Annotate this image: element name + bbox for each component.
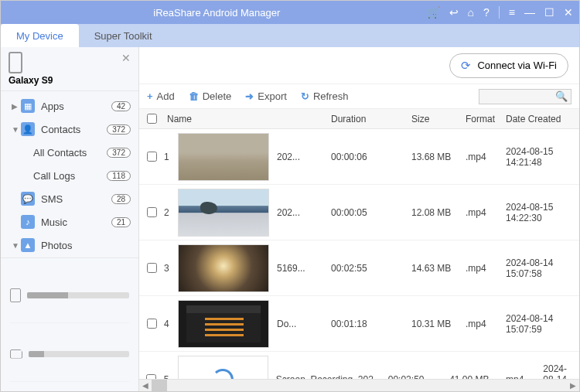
row-index: 3	[164, 263, 178, 274]
video-thumbnail[interactable]	[178, 356, 268, 380]
sidebar: ✕ Galaxy S9 ▶ ▦ Apps 42 ▼ 👤 Contacts 372…	[1, 47, 139, 391]
video-thumbnail[interactable]	[178, 189, 269, 237]
tool-label: Add	[157, 90, 175, 102]
col-date[interactable]: Date Created	[506, 114, 579, 124]
scrollbar-thumb[interactable]	[152, 380, 167, 391]
row-date: 2024-08-14 15:07:58	[506, 257, 579, 279]
wifi-label: Connect via Wi-Fi	[477, 60, 557, 71]
sidebar-item-call-logs[interactable]: Call Logs 118	[1, 164, 138, 187]
row-checkbox[interactable]	[147, 207, 157, 217]
col-format[interactable]: Format	[466, 114, 506, 124]
sd-card-icon	[10, 349, 22, 359]
wifi-icon: ⟳	[461, 59, 471, 73]
tool-label: Refresh	[313, 90, 349, 102]
sidebar-label: Call Logs	[33, 170, 107, 182]
chevron-down-icon: ▼	[12, 125, 21, 134]
sidebar-item-photos[interactable]: ▼ ▲ Photos	[1, 233, 138, 257]
trash-icon: 🗑	[189, 90, 199, 102]
sidebar-label: Music	[41, 216, 111, 228]
scroll-left-icon[interactable]: ◀	[139, 380, 152, 391]
horizontal-scrollbar[interactable]: ◀ ▶	[139, 379, 579, 391]
chevron-right-icon: ▶	[12, 102, 21, 111]
sidebar-label: All Contacts	[33, 147, 107, 159]
sd-storage-bar	[29, 351, 129, 357]
tool-label: Delete	[203, 90, 232, 102]
device-close-icon[interactable]: ✕	[121, 52, 131, 64]
storage-panel	[1, 257, 138, 391]
row-checkbox[interactable]	[147, 152, 157, 162]
row-name: 5169...	[277, 263, 331, 274]
sidebar-label: Contacts	[41, 124, 107, 135]
grid-body[interactable]: 1 202... 00:00:06 13.68 MB .mp4 2024-08-…	[139, 129, 579, 379]
table-row[interactable]: 1 202... 00:00:06 13.68 MB .mp4 2024-08-…	[139, 129, 579, 185]
row-duration: 00:02:55	[331, 263, 411, 274]
device-selector[interactable]: ✕ Galaxy S9	[1, 47, 138, 91]
app-title: iReaShare Android Manager	[7, 7, 427, 19]
row-duration: 00:00:05	[331, 207, 411, 218]
refresh-icon: ↻	[301, 90, 309, 102]
count-badge: 372	[107, 124, 131, 135]
tab-my-device[interactable]: My Device	[1, 24, 79, 47]
home-icon[interactable]: ⌂	[468, 6, 474, 19]
chevron-down-icon: ▼	[12, 241, 21, 250]
search-input[interactable]: 🔍	[479, 89, 571, 104]
row-format: .mp4	[466, 152, 506, 162]
internal-storage-icon	[10, 288, 21, 302]
toolbar: +Add 🗑Delete ➜Export ↻Refresh 🔍	[139, 84, 579, 109]
refresh-button[interactable]: ↻Refresh	[301, 90, 349, 102]
col-size[interactable]: Size	[411, 114, 466, 124]
export-button[interactable]: ➜Export	[245, 90, 287, 102]
minimize-icon[interactable]: —	[524, 6, 535, 19]
sidebar-item-all-contacts[interactable]: All Contacts 372	[1, 141, 138, 164]
music-icon: ♪	[21, 215, 35, 229]
connect-wifi-button[interactable]: ⟳ Connect via Wi-Fi	[449, 53, 568, 78]
sidebar-item-contacts[interactable]: ▼ 👤 Contacts 372	[1, 118, 138, 141]
table-row[interactable]: 5 Screen_Recording_20240... 00:02:50 41.…	[139, 352, 579, 379]
title-bar: iReaShare Android Manager 🛒 ↩ ⌂ ? ≡ — ☐ …	[1, 1, 579, 24]
back-icon[interactable]: ↩	[449, 6, 459, 19]
select-all-checkbox[interactable]	[147, 114, 157, 124]
phone-icon	[9, 52, 22, 73]
row-format: .mp4	[466, 207, 506, 218]
help-icon[interactable]: ?	[483, 6, 490, 19]
table-row[interactable]: 2 202... 00:00:05 12.08 MB .mp4 2024-08-…	[139, 185, 579, 240]
row-date: 2024-08-14 15:08:02	[543, 363, 579, 380]
row-checkbox[interactable]	[147, 319, 157, 329]
menu-icon[interactable]: ≡	[509, 6, 515, 19]
row-format: .mp4	[466, 319, 506, 329]
video-thumbnail[interactable]	[178, 244, 269, 292]
table-row[interactable]: 4 Do... 00:01:18 10.31 MB .mp4 2024-08-1…	[139, 296, 579, 352]
cart-icon[interactable]: 🛒	[427, 6, 440, 19]
count-badge: 21	[111, 217, 131, 227]
row-index: 4	[164, 319, 178, 329]
add-button[interactable]: +Add	[147, 90, 175, 102]
scroll-right-icon[interactable]: ▶	[567, 380, 579, 391]
device-name: Galaxy S9	[9, 75, 131, 86]
row-name: 202...	[277, 152, 331, 162]
table-row[interactable]: 3 5169... 00:02:55 14.63 MB .mp4 2024-08…	[139, 240, 579, 296]
close-window-icon[interactable]: ✕	[564, 6, 573, 19]
internal-storage-bar	[27, 292, 129, 298]
sms-icon: 💬	[21, 192, 35, 206]
row-checkbox[interactable]	[147, 263, 157, 273]
main-tabs: My Device Super Toolkit	[1, 24, 579, 47]
search-icon: 🔍	[555, 90, 568, 102]
row-name: Do...	[277, 319, 331, 329]
row-format: .mp4	[466, 263, 506, 274]
row-date: 2024-08-15 14:22:30	[506, 202, 579, 223]
row-date: 2024-08-14 15:07:59	[506, 313, 579, 335]
sidebar-item-music[interactable]: ♪ Music 21	[1, 210, 138, 233]
row-duration: 00:01:18	[331, 319, 411, 329]
video-thumbnail[interactable]	[178, 300, 269, 348]
video-thumbnail[interactable]	[178, 133, 269, 181]
maximize-icon[interactable]: ☐	[544, 6, 554, 19]
row-size: 13.68 MB	[411, 152, 466, 162]
sidebar-item-sms[interactable]: 💬 SMS 28	[1, 187, 138, 210]
tab-super-toolkit[interactable]: Super Toolkit	[79, 24, 168, 47]
col-duration[interactable]: Duration	[331, 114, 411, 124]
sidebar-item-apps[interactable]: ▶ ▦ Apps 42	[1, 94, 138, 118]
delete-button[interactable]: 🗑Delete	[189, 90, 232, 102]
col-name[interactable]: Name	[164, 114, 331, 124]
sidebar-label: Photos	[41, 240, 131, 251]
photos-icon: ▲	[21, 238, 35, 252]
